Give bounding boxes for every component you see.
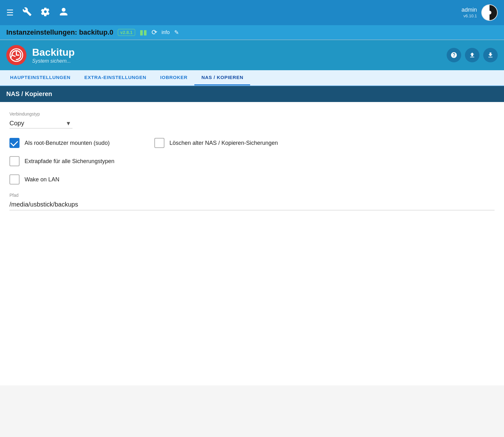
nav-left: ☰ <box>6 7 68 19</box>
app-header: Backitup System sichern... <box>0 40 504 70</box>
instance-title: Instanzeinstellungen: backitup.0 <box>6 28 113 37</box>
settings-icon[interactable] <box>41 7 50 19</box>
tab-iobroker[interactable]: IOBROKER <box>153 70 195 85</box>
instance-bar: Instanzeinstellungen: backitup.0 v2.8.1 … <box>0 25 504 40</box>
checkbox-loeschen-container: Löschen alter NAS / Kopieren-Sicherungen <box>154 138 280 148</box>
checkbox-loeschen[interactable] <box>154 138 164 148</box>
admin-name: admin <box>461 6 477 14</box>
refresh-icon[interactable]: ⟳ <box>152 28 157 37</box>
download-button[interactable] <box>483 48 498 62</box>
hamburger-icon[interactable]: ☰ <box>6 8 14 18</box>
pause-icon[interactable]: ▮▮ <box>140 28 147 37</box>
top-nav-bar: ☰ admin v6.10.1 <box>0 0 504 25</box>
chevron-down-icon: ▼ <box>66 120 71 127</box>
checkbox-sudo-container: Als root-Benutzer mounten (sudo) <box>9 138 135 148</box>
admin-info: admin v6.10.1 <box>461 6 477 19</box>
pfad-group: Pfad /media/usbstick/backups <box>9 193 495 210</box>
avatar <box>481 4 498 21</box>
app-header-right <box>447 48 498 62</box>
svg-point-1 <box>488 11 491 14</box>
checkbox-sudo[interactable] <box>9 138 20 148</box>
app-logo <box>6 45 26 65</box>
verbindungstyp-select-wrapper[interactable]: Copy ▼ <box>9 118 72 128</box>
pfad-value[interactable]: /media/usbstick/backups <box>9 200 495 210</box>
verbindungstyp-group: Verbindungstyp Copy ▼ <box>9 111 495 128</box>
pfad-label: Pfad <box>9 193 495 198</box>
verbindungstyp-label: Verbindungstyp <box>9 111 495 116</box>
checkbox-wakeOnLan[interactable] <box>9 174 20 184</box>
admin-version: v6.10.1 <box>461 14 477 19</box>
verbindungstyp-select[interactable]: Copy ▼ <box>9 118 72 128</box>
tabs-bar: HAUPTEINSTELLUNGEN EXTRA-EINSTELLUNGEN I… <box>0 70 504 86</box>
checkbox-loeschen-label: Löschen alter NAS / Kopieren-Sicherungen <box>169 140 278 146</box>
checkbox-sudo-label: Als root-Benutzer mounten (sudo) <box>25 140 110 146</box>
tab-haupteinstellungen[interactable]: HAUPTEINSTELLUNGEN <box>3 70 77 85</box>
app-subtitle: System sichern... <box>32 58 75 64</box>
nav-right: admin v6.10.1 <box>461 4 498 21</box>
checkbox-extrapfade-row: Extrapfade für alle Sicherungstypen <box>9 156 495 166</box>
checkbox-extrapfade[interactable] <box>9 156 20 166</box>
checkbox-wakeOnLan-row: Wake on LAN <box>9 174 495 184</box>
wrench-icon[interactable] <box>22 7 32 19</box>
edit-icon[interactable]: ✎ <box>174 29 179 36</box>
checkbox-wakeOnLan-label: Wake on LAN <box>25 176 59 183</box>
content-area: Verbindungstyp Copy ▼ Als root-Benutzer … <box>0 102 504 385</box>
verbindungstyp-value: Copy <box>9 120 24 127</box>
info-label[interactable]: info <box>162 30 170 35</box>
app-title: Backitup <box>32 47 75 58</box>
help-button[interactable] <box>447 48 461 62</box>
user-icon[interactable] <box>59 7 68 19</box>
tab-extra-einstellungen[interactable]: EXTRA-EINSTELLUNGEN <box>77 70 153 85</box>
checkbox-extrapfade-label: Extrapfade für alle Sicherungstypen <box>25 158 114 165</box>
version-badge: v2.8.1 <box>118 29 135 36</box>
section-header: NAS / Kopieren <box>0 86 504 102</box>
tab-nas-kopieren[interactable]: NAS / KOPIEREN <box>194 70 250 85</box>
app-title-block: Backitup System sichern... <box>32 47 75 64</box>
app-header-left: Backitup System sichern... <box>6 45 75 65</box>
upload-button[interactable] <box>465 48 479 62</box>
checkbox-row-1: Als root-Benutzer mounten (sudo) Löschen… <box>9 138 495 148</box>
